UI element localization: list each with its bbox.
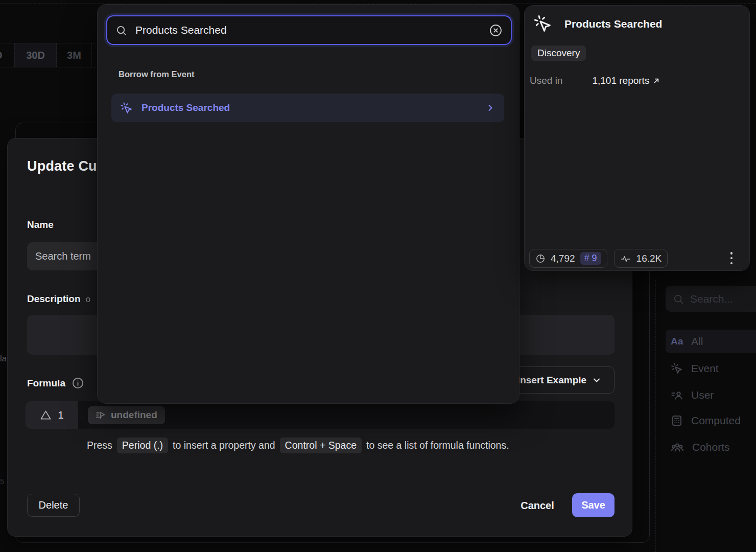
time-range-3m[interactable]: 3M <box>57 43 92 67</box>
close-circle-icon <box>489 24 503 37</box>
insert-example-button[interactable]: Insert Example <box>505 366 615 394</box>
sidebar-item-label: User <box>691 389 714 401</box>
formula-label: Formula <box>27 377 84 389</box>
name-label: Name <box>27 219 54 231</box>
formula-error-indicator: 1 <box>26 401 78 429</box>
insert-example-label: Insert Example <box>517 375 586 386</box>
sidebar-item-label: All <box>691 335 703 348</box>
save-button[interactable]: Save <box>572 493 615 517</box>
event-card-header: Products Searched <box>533 14 662 33</box>
chevron-right-icon <box>485 103 495 113</box>
info-icon[interactable] <box>72 377 84 389</box>
app-screen: D 30D 3M lay 5 Search... Aa All Event Us… <box>0 0 756 552</box>
aa-icon: Aa <box>671 336 683 347</box>
event-icon <box>671 362 683 375</box>
time-range-partial[interactable]: D <box>0 43 14 67</box>
event-card-title: Products Searched <box>564 18 662 30</box>
sidebar-item-label: Cohorts <box>692 441 730 453</box>
sidebar-item-cohorts[interactable]: Cohorts <box>666 435 756 459</box>
volume-pill[interactable]: 16.2K <box>614 249 668 268</box>
top-divider <box>0 3 756 4</box>
user-icon <box>671 389 683 401</box>
activity-icon <box>620 253 631 264</box>
property-chip[interactable]: undefined <box>88 406 165 424</box>
borrow-search-overlay <box>97 4 519 404</box>
modal-title: Update Cu <box>27 158 97 174</box>
formula-input[interactable]: undefined <box>78 401 615 429</box>
used-in-value: 1,101 reports <box>592 75 649 86</box>
chevron-down-icon <box>592 375 602 385</box>
hint-end: to see a list of formula functions. <box>366 440 509 451</box>
event-card-stats: 4,792 # 9 16.2K <box>529 249 668 268</box>
volume-value: 16.2K <box>636 253 662 264</box>
used-in-row: Used in 1,101 reports <box>530 75 660 86</box>
computed-icon <box>671 415 683 427</box>
used-in-reports-link[interactable]: 1,101 reports <box>592 75 660 86</box>
sidebar-item-user[interactable]: User <box>666 383 756 407</box>
property-icon <box>96 410 106 420</box>
description-label: Description o <box>27 293 90 305</box>
kbd-control-space: Control + Space <box>280 438 362 453</box>
borrow-from-event-label: Borrow from Event <box>119 70 195 79</box>
time-range-segment: D 30D 3M <box>0 43 97 67</box>
overlay-search-box[interactable] <box>106 15 512 45</box>
description-label-text: Description <box>27 293 81 305</box>
event-result-label: Products Searched <box>141 102 477 113</box>
used-in-label: Used in <box>530 75 562 86</box>
delete-button[interactable]: Delete <box>27 494 80 517</box>
count-value: 4,792 <box>551 253 575 264</box>
search-icon <box>115 25 127 36</box>
sidebar-item-label: Event <box>691 362 719 375</box>
sidebar-divider <box>655 280 656 552</box>
search-icon <box>673 293 684 305</box>
description-optional-fragment: o <box>86 294 90 305</box>
pie-chart-icon <box>535 254 546 264</box>
formula-editor: 1 undefined <box>26 401 615 429</box>
cohorts-icon <box>671 441 684 453</box>
event-result-row[interactable]: Products Searched <box>111 94 504 122</box>
chart-yaxis-fragment: 5 <box>0 477 4 486</box>
time-range-30d[interactable]: 30D <box>14 43 57 67</box>
warning-icon <box>40 409 52 421</box>
kbd-period: Period (.) <box>117 438 168 453</box>
hint-middle: to insert a property and <box>173 440 275 451</box>
rank-badge: # 9 <box>580 252 601 265</box>
arrow-up-right-icon <box>652 77 660 85</box>
sidebar-search-placeholder: Search... <box>690 293 733 305</box>
more-options-button[interactable] <box>727 250 736 266</box>
cancel-button[interactable]: Cancel <box>516 498 559 513</box>
clear-search-button[interactable] <box>489 24 503 37</box>
sidebar-item-computed[interactable]: Computed <box>666 409 756 432</box>
formula-label-text: Formula <box>27 378 65 389</box>
formula-error-count: 1 <box>58 409 63 421</box>
sidebar-item-all[interactable]: Aa All <box>666 330 756 353</box>
category-badge: Discovery <box>531 45 586 61</box>
property-chip-label: undefined <box>111 409 157 421</box>
count-pill[interactable]: 4,792 # 9 <box>529 249 607 268</box>
event-icon <box>533 14 552 33</box>
formula-hint: Press Period (.) to insert a property an… <box>87 438 509 453</box>
sidebar-search-input[interactable]: Search... <box>666 286 756 312</box>
event-icon <box>120 102 133 114</box>
hint-press: Press <box>87 440 112 451</box>
overlay-search-input[interactable] <box>135 24 481 36</box>
event-info-card <box>524 5 750 271</box>
sidebar-item-event[interactable]: Event <box>666 357 756 380</box>
sidebar-item-label: Computed <box>691 415 741 427</box>
